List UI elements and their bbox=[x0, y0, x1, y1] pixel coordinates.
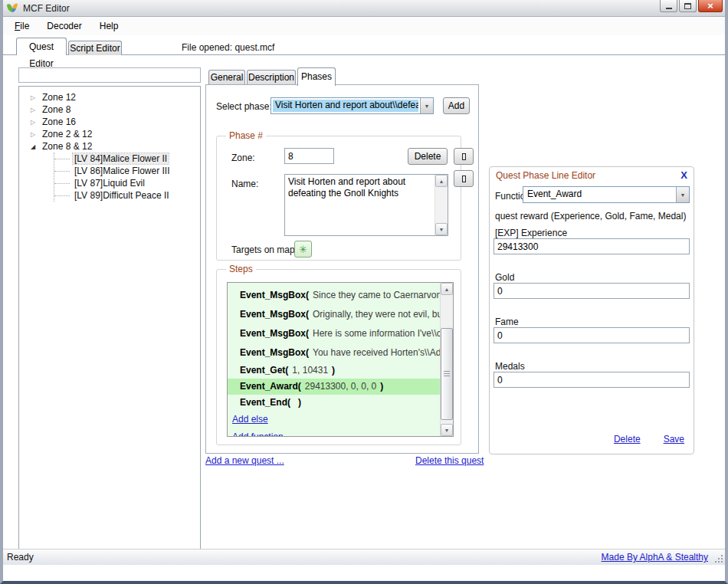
line-save-link[interactable]: Save bbox=[664, 434, 684, 445]
tab-general[interactable]: General bbox=[208, 70, 245, 85]
function-combobox[interactable]: Event_Award ▼ bbox=[523, 186, 690, 203]
move-down-icon bbox=[462, 176, 466, 182]
steps-scrollbar[interactable]: ▲ ▼ bbox=[440, 283, 453, 436]
add-new-quest-link[interactable]: Add a new quest ... bbox=[205, 455, 284, 466]
tree-item-label-selected: [LV 84]Malice Flower II bbox=[73, 153, 169, 164]
tree-item[interactable]: ▷Zone 8 bbox=[19, 103, 200, 116]
delete-this-quest-link[interactable]: Delete this quest bbox=[415, 455, 484, 466]
step-function: Event_Get( bbox=[240, 365, 288, 376]
expander-collapsed-icon[interactable]: ▷ bbox=[28, 131, 38, 138]
move-phase-up-button[interactable] bbox=[454, 148, 474, 165]
scrollbar-thumb[interactable] bbox=[441, 328, 453, 420]
select-phase-value: Visit Horten and report about\\defeating bbox=[273, 100, 418, 112]
tab-quest-editor[interactable]: Quest Editor bbox=[16, 38, 67, 55]
step-row[interactable]: Event_MsgBox(Here is some information I'… bbox=[228, 324, 440, 343]
tree-children: [LV 84]Malice Flower II[LV 86]Malice Flo… bbox=[54, 153, 200, 202]
titlebar: MCF Editor × bbox=[0, 0, 728, 17]
status-text: Ready bbox=[7, 552, 34, 563]
fame-input[interactable] bbox=[494, 327, 690, 343]
step-args: Here is some information I've\\comp bbox=[313, 328, 440, 339]
phase-group-title: Phase # bbox=[226, 130, 266, 141]
close-panel-icon[interactable]: X bbox=[680, 169, 687, 181]
credits-link[interactable]: Made By AlphA & Stealthy bbox=[602, 552, 708, 563]
step-row[interactable]: Event_MsgBox(You have received Horten's\… bbox=[228, 343, 440, 363]
step-close: ) bbox=[380, 381, 383, 392]
scroll-down-icon[interactable]: ▼ bbox=[435, 223, 448, 235]
zone-tree[interactable]: ▷Zone 12▷Zone 8▷Zone 16▷Zone 2 & 12◢Zone… bbox=[18, 86, 201, 551]
tree-item[interactable]: ◢Zone 8 & 12 bbox=[19, 140, 200, 153]
mcf-editor-window: MCF Editor × File Decoder Help Quest Edi… bbox=[0, 0, 728, 584]
fame-label: Fame bbox=[495, 317, 519, 327]
name-scrollbar[interactable]: ▲ ▼ bbox=[435, 175, 448, 235]
quest-phase-line-editor: Quest Phase Line Editor X Function: Even… bbox=[489, 166, 694, 454]
tree-item-label: Zone 16 bbox=[41, 116, 77, 127]
chevron-down-icon[interactable]: ▼ bbox=[420, 98, 433, 113]
experience-label: [EXP] Experience bbox=[495, 228, 567, 238]
experience-input[interactable] bbox=[494, 238, 690, 254]
tree-item[interactable]: [LV 84]Malice Flower II bbox=[54, 153, 200, 165]
medals-input[interactable] bbox=[494, 372, 690, 388]
step-args: Originally, they were not evil, but\\si bbox=[313, 309, 440, 320]
maximize-button[interactable] bbox=[679, 0, 697, 12]
step-row[interactable]: Event_Get(1, 10431) bbox=[228, 363, 440, 379]
chevron-down-icon[interactable]: ▼ bbox=[676, 187, 689, 202]
tree-item[interactable]: ▷Zone 16 bbox=[19, 116, 200, 128]
name-label: Name: bbox=[231, 179, 258, 189]
expander-collapsed-icon[interactable]: ▷ bbox=[28, 107, 38, 113]
gold-input[interactable] bbox=[494, 283, 690, 299]
file-opened-status: File opened: quest.mcf bbox=[182, 42, 274, 53]
tab-phases[interactable]: Phases bbox=[297, 67, 336, 86]
step-row[interactable]: Event_End() bbox=[228, 395, 440, 411]
expander-collapsed-icon[interactable]: ▷ bbox=[28, 94, 38, 101]
zone-label: Zone: bbox=[231, 153, 255, 163]
minimize-button[interactable] bbox=[660, 0, 677, 12]
step-args: 1, 10431 bbox=[292, 365, 328, 376]
tab-description[interactable]: Description bbox=[247, 70, 296, 85]
move-phase-down-button[interactable] bbox=[454, 170, 474, 187]
statusbar: Ready Made By AlphA & Stealthy bbox=[3, 549, 725, 565]
tree-item[interactable]: [LV 87]Liquid Evil bbox=[54, 177, 200, 189]
tree-item-label: [LV 86]Malice Flower III bbox=[73, 166, 172, 176]
tree-item-label: [LV 89]Difficult Peace II bbox=[73, 190, 171, 201]
expander-collapsed-icon[interactable]: ▷ bbox=[28, 119, 38, 126]
step-row[interactable]: Event_MsgBox(Since they came to Caernarv… bbox=[228, 286, 440, 305]
add-phase-button[interactable]: Add bbox=[443, 97, 470, 114]
move-up-icon bbox=[462, 153, 466, 160]
tree-item[interactable]: [LV 89]Difficult Peace II bbox=[54, 189, 200, 202]
function-value: Event_Award bbox=[525, 189, 674, 201]
steps-group-title: Steps bbox=[226, 264, 256, 274]
scroll-down-icon[interactable]: ▼ bbox=[441, 424, 453, 436]
phase-groupbox: Phase # Zone: Delete Name: Visit Horten … bbox=[216, 136, 461, 261]
delete-phase-button[interactable]: Delete bbox=[408, 148, 448, 165]
targets-on-map-button[interactable]: ✳ bbox=[294, 241, 312, 258]
tree-item[interactable]: ▷Zone 2 & 12 bbox=[19, 128, 200, 140]
add-else-link[interactable]: Add else bbox=[232, 414, 268, 425]
tab-script-editor[interactable]: Script Editor bbox=[68, 41, 122, 55]
steps-groupbox: Steps Event_MsgBox(Since they came to Ca… bbox=[216, 269, 461, 445]
tree-item[interactable]: ▷Zone 12 bbox=[19, 91, 200, 103]
add-function-link[interactable]: Add function bbox=[232, 431, 284, 437]
app-icon bbox=[6, 2, 18, 15]
scroll-up-icon[interactable]: ▲ bbox=[435, 175, 448, 187]
step-function: Event_Award( bbox=[240, 381, 301, 392]
step-row[interactable]: Event_Award(29413300, 0, 0, 0) bbox=[228, 379, 440, 395]
zone-input[interactable] bbox=[284, 148, 334, 164]
close-button[interactable]: × bbox=[698, 0, 723, 12]
select-phase-combobox[interactable]: Visit Horten and report about\\defeating… bbox=[271, 97, 434, 114]
phase-name-field: Visit Horten and report about defeating … bbox=[284, 174, 448, 236]
scroll-up-icon[interactable]: ▲ bbox=[441, 283, 453, 295]
steps-list: Event_MsgBox(Since they came to Caernarv… bbox=[227, 282, 454, 437]
expander-expanded-icon[interactable]: ◢ bbox=[28, 143, 38, 150]
menu-decoder[interactable]: Decoder bbox=[43, 19, 85, 33]
step-close: ) bbox=[332, 365, 335, 376]
tree-item[interactable]: [LV 86]Malice Flower III bbox=[54, 165, 200, 177]
resize-grip-icon[interactable] bbox=[713, 553, 723, 563]
phase-name-textarea[interactable]: Visit Horten and report about defeating … bbox=[285, 175, 435, 235]
menu-help[interactable]: Help bbox=[96, 19, 123, 33]
menu-file[interactable]: File bbox=[11, 19, 33, 33]
step-function: Event_MsgBox( bbox=[240, 347, 309, 358]
line-delete-link[interactable]: Delete bbox=[614, 434, 641, 445]
medals-label: Medals bbox=[495, 361, 525, 372]
step-row[interactable]: Event_MsgBox(Originally, they were not e… bbox=[228, 305, 440, 324]
targets-icon: ✳ bbox=[299, 244, 307, 254]
